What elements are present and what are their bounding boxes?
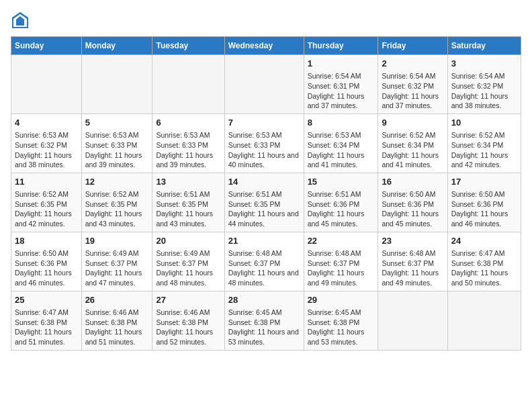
day-info: Sunrise: 6:46 AM Sunset: 6:38 PM Dayligh…	[156, 308, 220, 347]
day-info: Sunrise: 6:54 AM Sunset: 6:32 PM Dayligh…	[382, 71, 443, 111]
col-header-sunday: Sunday	[11, 37, 82, 55]
calendar-cell: 2Sunrise: 6:54 AM Sunset: 6:32 PM Daylig…	[378, 55, 447, 114]
day-info: Sunrise: 6:52 AM Sunset: 6:34 PM Dayligh…	[451, 130, 517, 170]
calendar-cell: 11Sunrise: 6:52 AM Sunset: 6:35 PM Dayli…	[11, 173, 82, 232]
calendar-cell: 18Sunrise: 6:50 AM Sunset: 6:36 PM Dayli…	[11, 232, 82, 291]
day-info: Sunrise: 6:53 AM Sunset: 6:34 PM Dayligh…	[308, 130, 375, 170]
day-info: Sunrise: 6:46 AM Sunset: 6:38 PM Dayligh…	[85, 308, 149, 347]
day-info: Sunrise: 6:48 AM Sunset: 6:37 PM Dayligh…	[308, 248, 375, 288]
day-number: 23	[382, 235, 443, 247]
page-header	[11, 11, 521, 30]
day-info: Sunrise: 6:45 AM Sunset: 6:38 PM Dayligh…	[228, 308, 300, 347]
calendar-cell: 6Sunrise: 6:53 AM Sunset: 6:33 PM Daylig…	[152, 113, 224, 173]
logo-icon	[11, 11, 30, 30]
calendar-cell: 24Sunrise: 6:47 AM Sunset: 6:38 PM Dayli…	[447, 232, 521, 291]
day-number: 18	[15, 235, 78, 247]
calendar-cell: 3Sunrise: 6:54 AM Sunset: 6:32 PM Daylig…	[447, 55, 521, 114]
calendar-cell	[81, 55, 152, 114]
col-header-saturday: Saturday	[447, 37, 521, 55]
day-number: 28	[228, 294, 300, 306]
calendar-cell: 8Sunrise: 6:53 AM Sunset: 6:34 PM Daylig…	[304, 113, 378, 173]
day-info: Sunrise: 6:53 AM Sunset: 6:32 PM Dayligh…	[15, 130, 78, 170]
calendar-cell: 5Sunrise: 6:53 AM Sunset: 6:33 PM Daylig…	[81, 113, 152, 173]
day-info: Sunrise: 6:50 AM Sunset: 6:36 PM Dayligh…	[15, 248, 78, 288]
day-number: 2	[382, 58, 443, 70]
col-header-monday: Monday	[81, 37, 152, 55]
calendar-cell: 7Sunrise: 6:53 AM Sunset: 6:33 PM Daylig…	[224, 113, 304, 173]
day-info: Sunrise: 6:50 AM Sunset: 6:36 PM Dayligh…	[451, 189, 517, 229]
day-info: Sunrise: 6:49 AM Sunset: 6:37 PM Dayligh…	[85, 248, 149, 288]
day-info: Sunrise: 6:50 AM Sunset: 6:36 PM Dayligh…	[382, 189, 443, 229]
day-number: 5	[85, 117, 149, 129]
col-header-tuesday: Tuesday	[152, 37, 224, 55]
day-info: Sunrise: 6:53 AM Sunset: 6:33 PM Dayligh…	[228, 130, 300, 170]
col-header-friday: Friday	[378, 37, 447, 55]
day-number: 16	[382, 176, 443, 188]
day-info: Sunrise: 6:53 AM Sunset: 6:33 PM Dayligh…	[85, 130, 149, 170]
calendar-cell: 14Sunrise: 6:51 AM Sunset: 6:35 PM Dayli…	[224, 173, 304, 232]
day-info: Sunrise: 6:52 AM Sunset: 6:35 PM Dayligh…	[85, 189, 149, 229]
day-number: 8	[308, 117, 375, 129]
calendar-cell: 20Sunrise: 6:49 AM Sunset: 6:37 PM Dayli…	[152, 232, 224, 291]
day-number: 10	[451, 117, 517, 129]
calendar-week-row: 18Sunrise: 6:50 AM Sunset: 6:36 PM Dayli…	[11, 232, 521, 291]
day-info: Sunrise: 6:51 AM Sunset: 6:35 PM Dayligh…	[228, 189, 300, 229]
day-info: Sunrise: 6:52 AM Sunset: 6:35 PM Dayligh…	[15, 189, 78, 229]
col-header-thursday: Thursday	[304, 37, 378, 55]
calendar-cell: 28Sunrise: 6:45 AM Sunset: 6:38 PM Dayli…	[224, 291, 304, 350]
calendar-cell: 26Sunrise: 6:46 AM Sunset: 6:38 PM Dayli…	[81, 291, 152, 350]
calendar-cell: 27Sunrise: 6:46 AM Sunset: 6:38 PM Dayli…	[152, 291, 224, 350]
day-info: Sunrise: 6:47 AM Sunset: 6:38 PM Dayligh…	[451, 248, 517, 288]
calendar-week-row: 4Sunrise: 6:53 AM Sunset: 6:32 PM Daylig…	[11, 113, 521, 173]
calendar-cell: 13Sunrise: 6:51 AM Sunset: 6:35 PM Dayli…	[152, 173, 224, 232]
calendar-cell	[152, 55, 224, 114]
day-info: Sunrise: 6:54 AM Sunset: 6:32 PM Dayligh…	[451, 71, 517, 111]
calendar-cell: 29Sunrise: 6:45 AM Sunset: 6:38 PM Dayli…	[304, 291, 378, 350]
calendar-cell: 25Sunrise: 6:47 AM Sunset: 6:38 PM Dayli…	[11, 291, 82, 350]
calendar-cell: 15Sunrise: 6:51 AM Sunset: 6:36 PM Dayli…	[304, 173, 378, 232]
day-number: 24	[451, 235, 517, 247]
day-number: 22	[308, 235, 375, 247]
calendar-cell: 17Sunrise: 6:50 AM Sunset: 6:36 PM Dayli…	[447, 173, 521, 232]
calendar-cell: 9Sunrise: 6:52 AM Sunset: 6:34 PM Daylig…	[378, 113, 447, 173]
calendar-week-row: 25Sunrise: 6:47 AM Sunset: 6:38 PM Dayli…	[11, 291, 521, 350]
day-info: Sunrise: 6:52 AM Sunset: 6:34 PM Dayligh…	[382, 130, 443, 170]
calendar-cell	[447, 291, 521, 350]
calendar-header-row: SundayMondayTuesdayWednesdayThursdayFrid…	[11, 37, 521, 55]
day-info: Sunrise: 6:47 AM Sunset: 6:38 PM Dayligh…	[15, 308, 78, 347]
day-number: 12	[85, 176, 149, 188]
calendar-cell	[378, 291, 447, 350]
day-info: Sunrise: 6:45 AM Sunset: 6:38 PM Dayligh…	[308, 308, 375, 347]
day-number: 19	[85, 235, 149, 247]
day-number: 13	[156, 176, 220, 188]
day-info: Sunrise: 6:51 AM Sunset: 6:35 PM Dayligh…	[156, 189, 220, 229]
day-number: 25	[15, 294, 78, 306]
day-number: 20	[156, 235, 220, 247]
col-header-wednesday: Wednesday	[224, 37, 304, 55]
calendar-cell: 22Sunrise: 6:48 AM Sunset: 6:37 PM Dayli…	[304, 232, 378, 291]
calendar-cell: 16Sunrise: 6:50 AM Sunset: 6:36 PM Dayli…	[378, 173, 447, 232]
calendar-cell: 21Sunrise: 6:48 AM Sunset: 6:37 PM Dayli…	[224, 232, 304, 291]
day-number: 29	[308, 294, 375, 306]
calendar-cell: 1Sunrise: 6:54 AM Sunset: 6:31 PM Daylig…	[304, 55, 378, 114]
day-info: Sunrise: 6:48 AM Sunset: 6:37 PM Dayligh…	[382, 248, 443, 288]
day-number: 14	[228, 176, 300, 188]
calendar-cell: 12Sunrise: 6:52 AM Sunset: 6:35 PM Dayli…	[81, 173, 152, 232]
day-number: 9	[382, 117, 443, 129]
day-number: 27	[156, 294, 220, 306]
day-info: Sunrise: 6:48 AM Sunset: 6:37 PM Dayligh…	[228, 248, 300, 288]
day-number: 3	[451, 58, 517, 70]
day-number: 6	[156, 117, 220, 129]
logo	[11, 11, 32, 30]
day-number: 21	[228, 235, 300, 247]
day-number: 17	[451, 176, 517, 188]
day-info: Sunrise: 6:54 AM Sunset: 6:31 PM Dayligh…	[308, 71, 375, 111]
calendar-cell	[11, 55, 82, 114]
calendar-table: SundayMondayTuesdayWednesdayThursdayFrid…	[11, 36, 521, 351]
calendar-cell: 19Sunrise: 6:49 AM Sunset: 6:37 PM Dayli…	[81, 232, 152, 291]
day-info: Sunrise: 6:49 AM Sunset: 6:37 PM Dayligh…	[156, 248, 220, 288]
day-number: 15	[308, 176, 375, 188]
calendar-cell	[224, 55, 304, 114]
day-info: Sunrise: 6:53 AM Sunset: 6:33 PM Dayligh…	[156, 130, 220, 170]
day-number: 7	[228, 117, 300, 129]
